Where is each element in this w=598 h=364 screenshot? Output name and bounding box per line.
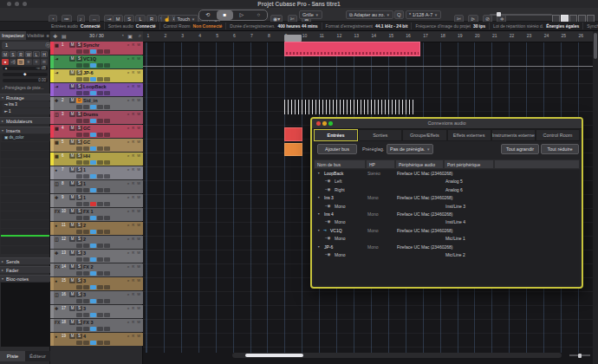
editor-open-icon[interactable]: ▨ [17, 59, 24, 65]
mute-button[interactable]: M [69, 320, 75, 325]
col-bus-name[interactable]: Nom de bus [314, 159, 366, 169]
bus-row[interactable]: –◉MonoInst/Line 4 [314, 218, 580, 226]
track-control-box[interactable] [90, 146, 96, 151]
track-control-box[interactable] [104, 146, 110, 151]
track-control-box[interactable] [104, 327, 110, 331]
insert-slot-empty[interactable] [1, 237, 49, 245]
listen-button[interactable]: L [33, 51, 40, 57]
track-control-box[interactable] [83, 49, 89, 54]
track-control-box[interactable] [76, 216, 82, 220]
track-control-box[interactable] [83, 285, 89, 289]
midi-part-synchr[interactable] [284, 42, 420, 56]
track-control-box[interactable] [97, 133, 103, 137]
track-control-box[interactable] [104, 77, 110, 81]
mute-button[interactable]: M [69, 84, 75, 89]
add-bus-button[interactable]: Ajouter bus [317, 144, 357, 154]
zoom-slider-knob[interactable] [578, 354, 582, 358]
bus-row[interactable]: –◉RightAnalog 6 [314, 186, 580, 194]
zoom-adapt-dropdown[interactable]: ⧉ Adapter au zo. ▼ [346, 10, 393, 19]
track-control-box[interactable] [104, 271, 110, 276]
track-control-box[interactable] [104, 105, 110, 109]
insert-slot-empty[interactable] [1, 246, 49, 254]
track-control-box[interactable] [83, 313, 89, 317]
bus-row[interactable]: –◉MonoMic/Line 1 [314, 235, 580, 243]
insert-slot-1[interactable]: ▣ ds_color [2, 134, 51, 141]
track-control-box[interactable] [104, 174, 110, 179]
solo-button[interactable]: S [76, 140, 82, 145]
cycle-button[interactable]: ⟲ [199, 10, 217, 20]
track-control-box[interactable] [90, 285, 96, 289]
track-control-box[interactable] [76, 119, 82, 123]
track-control-box[interactable] [83, 119, 89, 123]
mute-button[interactable]: M [69, 42, 75, 48]
solo-button[interactable]: S [76, 306, 82, 311]
solo-button[interactable]: S [76, 250, 82, 256]
solo-button[interactable]: S [76, 84, 82, 89]
track-row[interactable]: FX10MSFX 1e R W [50, 208, 143, 221]
dialog-tab-groupe-effets[interactable]: Groupe/Effets [402, 129, 446, 141]
track-control-box[interactable] [104, 119, 110, 123]
track-control-box[interactable] [104, 63, 110, 68]
track-name-field[interactable]: 1ⓔ [2, 42, 52, 49]
track-rw-buttons[interactable]: e R W [127, 112, 141, 116]
mute-button[interactable]: M [69, 334, 75, 339]
mute-button[interactable]: M [69, 195, 75, 200]
track-rw-buttons[interactable]: e R W [127, 98, 141, 102]
mute-button[interactable]: M [69, 153, 75, 159]
track-rw-buttons[interactable]: e R W [127, 70, 141, 75]
mute-button[interactable]: M [69, 237, 75, 242]
expand-all-button[interactable]: Tout agrandir [501, 144, 539, 154]
expand-triangle-icon[interactable]: ▼ [317, 229, 320, 232]
track-control-box[interactable] [104, 49, 110, 54]
track-control-box[interactable] [76, 202, 82, 206]
col-hp[interactable]: HP [366, 159, 395, 169]
track-control-box[interactable] [97, 313, 103, 317]
solo-button[interactable]: S [76, 167, 82, 172]
status-segment[interactable]: Durée d'enregistremen.400 heures 44 mins [226, 23, 322, 29]
bus-row[interactable]: ▼JP-6MonoFireface UC Mac (23460268) [314, 244, 580, 251]
output-routing-field[interactable]: ⇤ 1 [2, 108, 51, 114]
track-control-box[interactable] [97, 146, 103, 151]
horizontal-scrollbar-thumb[interactable] [245, 354, 303, 357]
track-row[interactable]: ●19MS4e R W [50, 333, 143, 346]
track-control-box[interactable] [76, 160, 82, 165]
track-control-box[interactable] [76, 313, 82, 317]
solo-button[interactable]: S [76, 42, 82, 48]
track-control-box[interactable] [104, 160, 110, 165]
track-rw-buttons[interactable]: e R W [127, 42, 141, 47]
track-rw-buttons[interactable]: e R W [127, 292, 141, 296]
expand-triangle-icon[interactable]: ▼ [317, 245, 320, 249]
track-control-box[interactable] [90, 230, 96, 234]
preset-dropdown[interactable]: Pas de prérégla. ▼ [387, 144, 433, 154]
track-control-box[interactable] [104, 91, 110, 95]
solo-button[interactable]: S [76, 209, 82, 214]
track-rw-buttons[interactable]: e R W [127, 250, 141, 255]
square-icon[interactable]: ▣ [127, 33, 133, 39]
insert-slot-empty[interactable] [1, 194, 49, 202]
expand-triangle-icon[interactable]: ▼ [317, 196, 320, 199]
track-control-box[interactable] [97, 63, 103, 68]
track-control-box[interactable] [104, 188, 110, 192]
status-segment[interactable]: Control RoomNon Connecté [160, 23, 227, 29]
tab-editeur[interactable]: Éditeur [25, 351, 50, 361]
track-rw-buttons[interactable]: e R W [127, 237, 141, 241]
track-control-box[interactable] [90, 105, 96, 109]
mute-button[interactable]: M [69, 264, 75, 270]
insert-slot-empty[interactable] [1, 168, 49, 176]
track-row[interactable]: ▦4MSGCe R W [50, 125, 143, 138]
freeze-icon[interactable]: ❄ [25, 59, 32, 65]
bus-row[interactable]: ▼Ins 4MonoFireface UC Mac (23460268) [314, 211, 580, 218]
mute-button[interactable]: M [69, 140, 75, 145]
tab-visibilite[interactable]: Visibilité [26, 31, 45, 40]
dialog-tab-entr-es[interactable]: Entrées [314, 129, 358, 141]
track-control-box[interactable] [97, 105, 103, 109]
track-control-box[interactable] [90, 202, 96, 206]
insert-slot-empty[interactable] [1, 142, 49, 150]
dialog-tab-sorties[interactable]: Sorties [358, 129, 402, 141]
track-control-box[interactable] [97, 160, 103, 165]
track-control-box[interactable] [83, 133, 89, 137]
monitor-icon[interactable]: ◁) [10, 59, 16, 65]
track-control-box[interactable] [90, 313, 96, 317]
track-control-box[interactable] [76, 341, 82, 345]
track-rw-buttons[interactable]: e R W [127, 209, 141, 213]
